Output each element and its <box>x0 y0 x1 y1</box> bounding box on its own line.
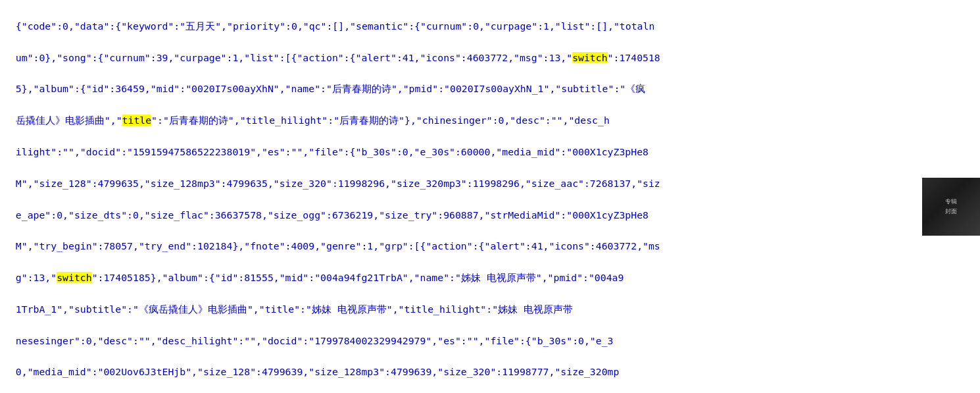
text-line-4: 岳撬佳人》电影插曲","title":"后青春期的诗","title_hilig… <box>16 115 610 126</box>
album-thumbnail: 专辑封面 <box>922 178 980 236</box>
text-line-8: M","try_begin":78057,"try_end":102184},"… <box>16 240 660 251</box>
text-line-12: 0,"media_mid":"002Uov6J3tEHjb","size_128… <box>16 366 620 377</box>
album-art-text: 专辑封面 <box>943 194 960 219</box>
text-line-2: um":0},"song":{"curnum":39,"curpage":1,"… <box>16 52 660 63</box>
text-line-11: nesesinger":0,"desc":"","desc_hilight":"… <box>16 335 614 346</box>
text-line-9: g":13,"switch":17405185},"album":{"id":8… <box>16 272 624 283</box>
text-line-5: ilight":"","docid":"15915947586522238019… <box>16 146 649 157</box>
text-line-6: M","size_128":4799635,"size_128mp3":4799… <box>16 178 660 189</box>
text-line-7: e_ape":0,"size_dts":0,"size_flac":366375… <box>16 209 649 221</box>
text-line-10: 1TrbA_1","subtitle":"《疯岳撬佳人》电影插曲","title… <box>16 303 573 315</box>
text-line-1: {"code":0,"data":{"keyword":"五月天","prior… <box>16 20 654 32</box>
album-art: 专辑封面 <box>922 178 980 236</box>
json-content-area: {"code":0,"data":{"keyword":"五月天","prior… <box>0 0 980 393</box>
text-line-3: 5},"album":{"id":36459,"mid":"0020I7s00a… <box>16 83 645 94</box>
